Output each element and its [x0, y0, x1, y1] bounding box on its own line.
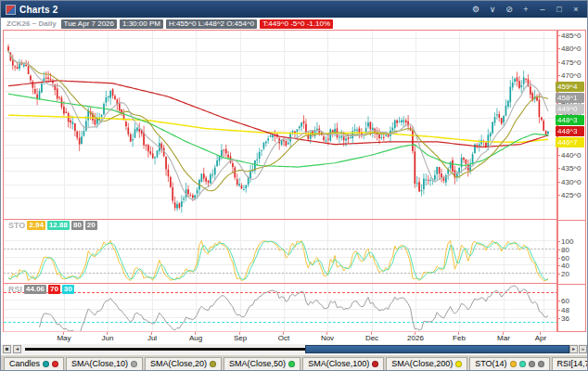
scroll-end-button[interactable]: » — [579, 345, 587, 353]
price-level-badge: 446^7 — [556, 137, 584, 147]
price-tick: 425^0 — [561, 191, 582, 199]
rsi-value-badge: 70 — [48, 285, 60, 294]
titlebar: Charts 2 ⚙ ∨ ⊘ + – □ × — [1, 1, 587, 18]
legend-item-label: SMA(Close,20) — [150, 359, 207, 368]
legend-color-dot — [210, 361, 216, 367]
rsi-axis-tick: 48 — [561, 306, 569, 314]
sto-axis-tick: 80 — [561, 246, 569, 254]
sto-badge-list: 2.9412.888020 — [27, 221, 96, 230]
move-icon[interactable]: + — [519, 2, 532, 17]
rsi-axis-tick: 60 — [561, 297, 569, 305]
legend-color-dot — [510, 361, 517, 367]
legend-item[interactable]: SMA(Close,50) — [224, 357, 300, 371]
legend-color-dot — [372, 361, 378, 367]
rsi-value-badge: 30 — [62, 285, 74, 294]
app-icon — [6, 5, 16, 15]
symbol-period-label[interactable]: ZCK26 ~ Daily — [6, 19, 57, 28]
month-label: Feb — [444, 334, 474, 342]
legend-item-label: SMA(Close,10) — [71, 359, 128, 368]
month-label: Jul — [137, 334, 167, 342]
sto-pane-label: STO 2.9412.888020 — [8, 221, 97, 230]
price-tick: 480^0 — [561, 45, 582, 53]
date-badge: Tue Apr 7 2026 — [61, 19, 117, 29]
rsi-badge-list: 44.067030 — [24, 285, 74, 294]
legend-item[interactable]: STO(14) — [469, 357, 549, 371]
chart-window: Charts 2 ⚙ ∨ ⊘ + – □ × ZCK26 ~ Daily Tue… — [0, 0, 588, 371]
legend-item[interactable]: SMA(Close,10) — [66, 357, 143, 371]
sto-value-badge: 80 — [71, 221, 83, 230]
price-level-badge: 449^0 — [556, 104, 584, 114]
scroll-home-button[interactable]: ■ — [3, 345, 11, 353]
pin-icon[interactable]: ⊘ — [503, 2, 516, 17]
rsi-pane-label: RSI 44.067030 — [8, 285, 74, 294]
sto-axis-tick: 40 — [561, 262, 569, 270]
month-label: Oct — [269, 334, 299, 342]
sto-axis-tick: 100 — [561, 237, 573, 246]
scrollbar-track[interactable] — [25, 348, 305, 351]
legend-item-label: Candles — [9, 359, 40, 368]
maximize-button[interactable]: □ — [553, 2, 566, 17]
legend-color-dot — [131, 361, 137, 367]
window-title: Charts 2 — [19, 5, 58, 15]
sto-label: STO — [8, 221, 25, 230]
chart-canvas[interactable] — [3, 30, 557, 332]
month-label: Nov — [313, 334, 342, 342]
month-label: 2026 — [401, 334, 430, 342]
legend-item-label: RSI[14,70,30] — [557, 359, 588, 368]
time-axis: MayJunJulAugSepOctNovDec2026FebMarApr — [3, 333, 557, 344]
gear-icon[interactable]: ⚙ — [469, 2, 482, 17]
legend-color-dot — [288, 361, 295, 367]
indicator-legend-bar: Candles SMA(Close,10) SMA(Close,20) — [1, 354, 588, 371]
legend-item[interactable]: SMA(Close,200) — [386, 357, 467, 371]
month-label: May — [49, 334, 79, 342]
pane-separator — [558, 284, 585, 285]
price-tick: 485^0 — [561, 32, 582, 40]
legend-item[interactable]: SMA(Close,20) — [145, 357, 222, 371]
scroll-right-button[interactable]: ▸ — [569, 345, 578, 353]
legend-color-dot — [529, 361, 535, 367]
sto-value-badge: 20 — [85, 221, 97, 230]
sto-value-badge: 12.88 — [47, 221, 70, 230]
rsi-label: RSI — [8, 285, 22, 294]
price-tick: 435^0 — [561, 164, 582, 173]
scrollbar-thumb[interactable] — [305, 345, 569, 353]
legend-color-dot — [519, 361, 526, 367]
legend-color-dot — [52, 361, 58, 367]
month-label: Jun — [93, 334, 122, 342]
month-label: Sep — [225, 334, 255, 342]
legend-item-label: STO(14) — [475, 359, 506, 368]
last-trade-badge: T:449^0 -5^0 -1.10% — [260, 19, 333, 29]
price-level-badge: 448^3 — [556, 115, 584, 125]
legend-item[interactable]: RSI[14,70,30] — [552, 357, 588, 371]
legend-item[interactable]: Candles — [4, 357, 64, 371]
price-tick: 430^0 — [561, 178, 582, 186]
scroll-left-button[interactable]: ◂ — [13, 345, 21, 353]
quote-header: ZCK26 ~ Daily Tue Apr 7 2026 1:30:00 PM … — [1, 18, 587, 30]
month-label: Dec — [357, 334, 387, 342]
price-tick: 475^0 — [561, 58, 582, 67]
legend-color-dot — [538, 361, 544, 367]
close-button[interactable]: × — [569, 2, 582, 17]
legend-color-dot — [455, 361, 462, 367]
legend-item-label: SMA(Close,50) — [229, 359, 286, 368]
month-label: Mar — [489, 334, 518, 342]
rsi-value-badge: 44.06 — [24, 285, 46, 294]
month-label: Apr — [526, 334, 556, 342]
chevron-down-icon[interactable]: ∨ — [486, 2, 499, 17]
legend-item[interactable]: SMA(Close,100) — [302, 357, 384, 371]
legend-item-label: SMA(Close,200) — [391, 359, 453, 368]
price-level-badge: 459^4 — [556, 82, 584, 92]
time-badge: 1:30:00 PM — [120, 19, 163, 29]
legend-item-label: SMA(Close,100) — [308, 359, 369, 368]
pane-separator — [558, 220, 585, 221]
month-label: Aug — [181, 334, 211, 342]
price-tick: 440^0 — [561, 151, 582, 160]
price-level-badge: 458^1 — [556, 93, 584, 103]
rsi-axis-tick: 36 — [561, 314, 569, 323]
price-level-badge: 448^3 — [556, 126, 584, 136]
minimize-button[interactable]: – — [536, 2, 549, 17]
price-tick: 470^0 — [561, 71, 582, 80]
sto-value-badge: 2.94 — [27, 221, 45, 230]
price-axis: 485^0480^0475^0470^0465^0460^0455^0450^0… — [557, 30, 586, 332]
ohlc-badge: H:455^0 L:448^2 O:454^0 — [166, 19, 257, 29]
